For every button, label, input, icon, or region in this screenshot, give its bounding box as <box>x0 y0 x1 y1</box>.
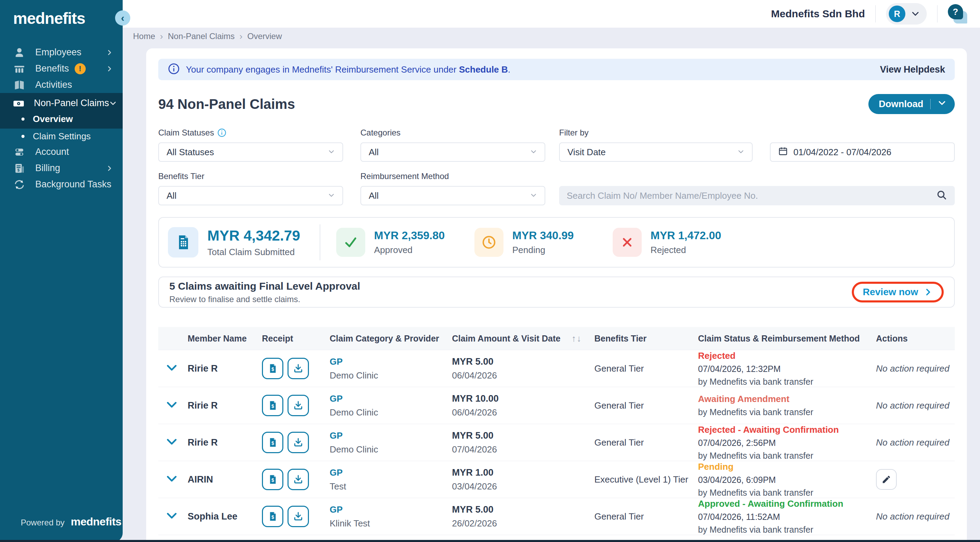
breadcrumb-overview[interactable]: Overview <box>247 32 282 41</box>
red-annotation-circle: Review now <box>852 282 944 303</box>
expand-chevron-icon[interactable] <box>167 477 177 483</box>
claim-category: GP <box>330 430 452 441</box>
company-name: Mednefits Sdn Bhd <box>771 8 865 20</box>
sort-icons[interactable]: ↑↓ <box>571 333 582 344</box>
member-name: Ririe R <box>188 400 262 411</box>
sidebar-item-account[interactable]: Account <box>0 144 123 160</box>
sidebar-item-label: Employees <box>35 47 81 58</box>
status-timestamp: 03/04/2026, 6:09PM <box>698 475 876 485</box>
view-receipt-button[interactable]: $ <box>262 358 283 379</box>
divider <box>320 224 320 260</box>
status-timestamp: 07/04/2026, 11:52AM <box>698 512 876 522</box>
claim-amount: MYR 5.00 <box>452 504 497 515</box>
view-receipt-button[interactable]: $ <box>262 506 283 527</box>
search-input[interactable] <box>567 190 936 201</box>
member-name: Sophia Lee <box>188 511 262 522</box>
benefits-tier: General Tier <box>594 437 698 448</box>
sidebar-item-activities[interactable]: Activities <box>0 77 123 93</box>
download-button[interactable]: Download <box>869 94 955 114</box>
edit-claim-button[interactable] <box>876 469 897 490</box>
member-name: Ririe R <box>188 363 262 374</box>
view-receipt-button[interactable]: $ <box>262 432 283 453</box>
claim-category: GP <box>330 393 452 404</box>
chevron-down-icon[interactable] <box>937 99 947 110</box>
sidebar-subitem-label: Overview <box>33 114 73 124</box>
sidebar-item-label: Background Tasks <box>35 179 111 190</box>
rejected-amount: MYR 1,472.00 <box>651 229 722 242</box>
help-button[interactable]: ? <box>948 4 967 24</box>
download-receipt-button[interactable] <box>288 506 309 527</box>
benefits-tier-select[interactable]: All <box>158 186 343 205</box>
chevron-down-icon <box>737 147 745 158</box>
member-name: AIRIN <box>188 474 262 485</box>
mednefits-footer-logo: mednefits <box>71 515 122 528</box>
summary-panel: MYR 4,342.79 Total Claim Submitted MYR 2… <box>158 217 955 268</box>
pending-label: Pending <box>512 245 574 255</box>
date-range-value: 01/04/2022 - 07/04/2026 <box>794 147 891 158</box>
table-row: Ririe R $ GPDemo Clinic MYR 5.0007/04/20… <box>158 424 955 461</box>
claim-status: Rejected - Awaiting Confirmation <box>698 424 876 435</box>
reimbursement-method: by Mednefits via bank transfer <box>698 377 876 387</box>
filter-by-select[interactable]: Visit Date <box>559 142 752 162</box>
user-menu[interactable]: R <box>886 3 927 24</box>
x-icon <box>612 228 642 257</box>
chevron-right-icon <box>106 65 113 72</box>
sidebar-item-benefits[interactable]: Benefits ! <box>0 61 123 77</box>
info-icon <box>168 63 180 76</box>
sidebar-item-claim-settings[interactable]: Claim Settings <box>0 129 123 144</box>
date-range-picker[interactable]: 01/04/2022 - 07/04/2026 <box>770 142 955 162</box>
screen-bottom-edge <box>0 540 980 542</box>
avatar[interactable]: R <box>889 6 905 22</box>
breadcrumb-non-panel-claims[interactable]: Non-Panel Claims <box>168 32 235 41</box>
sidebar-item-employees[interactable]: Employees <box>0 44 123 61</box>
claim-statuses-select[interactable]: All Statuses <box>158 142 343 162</box>
page-title: 94 Non-Panel Claims <box>158 96 295 112</box>
clock-icon <box>474 228 503 257</box>
search-icon[interactable] <box>936 190 947 202</box>
breadcrumb: Home › Non-Panel Claims › Overview <box>123 28 980 45</box>
pending-summary-card: MYR 340.99 Pending <box>474 228 612 257</box>
breadcrumb-separator: › <box>239 31 243 42</box>
calendar-icon <box>778 146 788 158</box>
expand-chevron-icon[interactable] <box>167 440 177 446</box>
download-receipt-button[interactable] <box>288 395 309 416</box>
sidebar-item-label: Non-Panel Claims <box>34 98 109 108</box>
bullet-icon <box>21 118 24 121</box>
review-now-button[interactable]: Review now <box>863 287 933 298</box>
breadcrumb-home[interactable]: Home <box>133 32 155 41</box>
download-receipt-button[interactable] <box>288 469 309 490</box>
download-label: Download <box>879 99 923 110</box>
invoice-icon: $ <box>13 163 26 174</box>
sidebar-active-section: Non-Panel Claims Overview <box>0 93 123 129</box>
reimbursement-method: by Mednefits via bank transfer <box>698 488 876 498</box>
benefits-alert-badge: ! <box>75 63 86 74</box>
sidebar-item-overview[interactable]: Overview <box>0 111 123 126</box>
download-icon <box>293 474 304 485</box>
claim-category: GP <box>330 467 452 478</box>
view-receipt-button[interactable]: $ <box>262 469 283 490</box>
sidebar-item-billing[interactable]: $ Billing <box>0 160 123 176</box>
svg-text:$: $ <box>272 367 274 372</box>
categories-select[interactable]: All <box>360 142 545 162</box>
sidebar-item-background-tasks[interactable]: Background Tasks <box>0 176 123 193</box>
claim-status: Approved - Awaiting Confirmation <box>698 499 876 509</box>
expand-chevron-icon[interactable] <box>167 367 177 372</box>
download-receipt-button[interactable] <box>288 358 309 379</box>
filters-row-1: Claim Statuses All Statuses Categories A… <box>158 128 955 162</box>
view-receipt-button[interactable]: $ <box>262 395 283 416</box>
benefits-tier: Executive (Level 1) Tier <box>594 474 698 485</box>
provider: Klinik Test <box>330 518 452 529</box>
reimbursement-banner: Your company engages in Mednefits' Reimb… <box>158 59 955 80</box>
download-receipt-button[interactable] <box>288 432 309 453</box>
reimbursement-method-select[interactable]: All <box>360 186 545 205</box>
sidebar-collapse-button[interactable]: ‹ <box>115 10 130 26</box>
benefits-icon <box>13 63 26 75</box>
reimbursement-method: by Mednefits via bank transfer <box>698 525 876 535</box>
view-helpdesk-link[interactable]: View Helpdesk <box>880 64 945 75</box>
claim-amount: MYR 5.00 <box>452 356 497 367</box>
sidebar-item-non-panel-claims[interactable]: Non-Panel Claims <box>0 95 123 111</box>
expand-chevron-icon[interactable] <box>167 514 177 520</box>
expand-chevron-icon[interactable] <box>167 403 177 409</box>
svg-text:$: $ <box>272 441 274 446</box>
claim-amount: MYR 10.00 <box>452 393 499 404</box>
